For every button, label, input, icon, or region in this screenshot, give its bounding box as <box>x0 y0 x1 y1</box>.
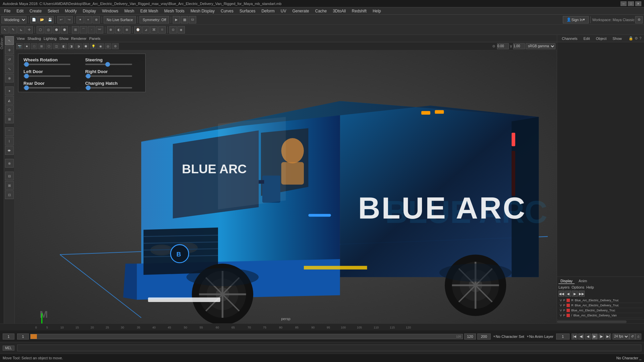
show-tab[interactable]: Show <box>610 37 624 41</box>
symmetry-button[interactable]: Symmetry: Off <box>140 16 169 23</box>
open-file-button[interactable]: 📂 <box>38 16 46 23</box>
mode-dropdown[interactable]: Modeling <box>1 16 26 23</box>
lasso-tool[interactable]: ⊾ <box>17 26 25 34</box>
object-tool[interactable]: ⬡ <box>37 26 44 34</box>
command-input[interactable] <box>17 345 641 351</box>
start-frame-input[interactable] <box>17 334 29 340</box>
render-tool2[interactable]: ◈ <box>177 26 185 34</box>
layer-item-2[interactable]: V P Blue_Arc_Electric_Delivery_Truc <box>558 308 643 313</box>
renderer-menu[interactable]: Renderer <box>71 37 87 41</box>
vp-camera[interactable]: 📷 <box>16 43 23 49</box>
sculpt-button[interactable]: ◭ <box>5 96 14 105</box>
tool3[interactable]: ⊕ <box>93 16 100 23</box>
vp-mode2[interactable]: □ <box>31 43 38 49</box>
menu-edit-mesh[interactable]: Edit Mesh <box>138 8 161 14</box>
vp-settings[interactable]: ⚙ <box>112 43 119 49</box>
right-door-slider[interactable] <box>85 75 132 77</box>
new-file-button[interactable]: 📄 <box>30 16 38 23</box>
render2[interactable]: ▦ <box>181 16 188 23</box>
move-button[interactable]: ✛ <box>5 46 14 54</box>
no-live-surface-button[interactable]: No Live Surface <box>104 16 136 23</box>
mel-label[interactable]: MEL <box>3 346 14 351</box>
help-subtab[interactable]: Help <box>586 285 594 289</box>
vp-smooth1[interactable]: ◧ <box>60 43 67 49</box>
render-tool1[interactable]: ⊙ <box>169 26 177 34</box>
go-to-end[interactable]: ▶| <box>605 334 611 340</box>
mesh-tool[interactable]: ⬢ <box>53 26 60 34</box>
menu-modify[interactable]: Modify <box>62 8 79 14</box>
options-subtab[interactable]: Options <box>572 285 584 289</box>
lighting-menu[interactable]: Lighting <box>44 37 57 41</box>
menu-create[interactable]: Create <box>27 8 44 14</box>
step-back[interactable]: ◀| <box>578 334 584 340</box>
paint-skin-button[interactable]: ✦ <box>5 86 14 95</box>
menu-mesh-display[interactable]: Mesh Display <box>188 8 217 14</box>
snap-curve[interactable]: ⌒ <box>80 26 87 34</box>
current-frame-display[interactable] <box>556 334 570 340</box>
maximize-button[interactable]: □ <box>628 1 634 6</box>
snap-point[interactable]: · <box>88 26 95 34</box>
end-frame-input[interactable] <box>464 334 476 340</box>
anim-tab[interactable]: Anim <box>577 278 589 284</box>
vp-mode1[interactable]: ■ <box>23 43 30 49</box>
no-character-set-label[interactable]: No Character Set <box>496 335 524 339</box>
object-tab[interactable]: Object <box>594 37 608 41</box>
loop-button[interactable]: ↺ <box>629 334 635 340</box>
edit-tab[interactable]: Edit <box>581 37 592 41</box>
layer-next[interactable]: ▶ <box>572 291 578 297</box>
shading-menu[interactable]: Shading <box>28 37 41 41</box>
vp-wire2[interactable]: ◫ <box>53 43 60 49</box>
workspace-settings[interactable]: ⚙ <box>635 16 643 23</box>
snap-grid[interactable]: ⊞ <box>72 26 79 34</box>
layer-prev2[interactable]: ◀ <box>565 291 571 297</box>
menu-uv[interactable]: UV <box>278 8 289 14</box>
right-panel-scrollbar[interactable] <box>557 319 644 323</box>
color-space-select[interactable]: sRGB gamma <box>526 43 555 49</box>
vp-shading[interactable]: ◑ <box>75 43 82 49</box>
deform-tool[interactable]: ⬣ <box>61 26 68 34</box>
tool2[interactable]: ⌖ <box>85 16 92 23</box>
close-button[interactable]: ✕ <box>635 1 641 6</box>
tool1[interactable]: ✦ <box>76 16 84 23</box>
layer-v-2[interactable]: V <box>560 309 562 312</box>
ep-curve-button[interactable]: ⌇ <box>5 137 14 145</box>
anim-tool2[interactable]: ⊿ <box>142 26 150 34</box>
soft-mod-button[interactable]: ⬡ <box>5 105 14 114</box>
layer-item-1[interactable]: V P R Blue_Arc_Electric_Delivery_Truc <box>558 303 643 308</box>
layer-item-3[interactable]: V P / Blue_Arc_Electric_Delivery_Van <box>558 313 643 318</box>
sym-tool[interactable]: ⊗ <box>123 26 130 34</box>
pivot-tool[interactable]: ⊕ <box>107 26 114 34</box>
display-tab[interactable]: Display <box>558 278 575 284</box>
layer-prev[interactable]: ◀◀ <box>558 291 565 297</box>
timeline-bar[interactable]: 120 <box>30 334 463 339</box>
vp-wire1[interactable]: ⬡ <box>46 43 52 49</box>
menu-deform[interactable]: Deform <box>259 8 277 14</box>
component-tool[interactable]: ◎ <box>45 26 52 34</box>
vp-ao[interactable]: ◎ <box>105 43 111 49</box>
channels-tab[interactable]: Channels <box>560 37 579 41</box>
layer-p-2[interactable]: P <box>563 309 565 312</box>
render1[interactable]: ▶ <box>173 16 180 23</box>
select-tool[interactable]: ↖ <box>1 26 9 34</box>
soft-select[interactable]: ◐ <box>115 26 122 34</box>
play-backward[interactable]: ◀ <box>585 334 591 340</box>
menu-generate[interactable]: Generate <box>289 8 312 14</box>
menu-mesh-tools[interactable]: Mesh Tools <box>162 8 187 14</box>
last-tool-button[interactable]: ⊕ <box>5 74 14 82</box>
menu-windows[interactable]: Windows <box>99 8 121 14</box>
layer-v-1[interactable]: V <box>560 304 562 307</box>
play-forward[interactable]: ▶ <box>592 334 598 340</box>
select-button[interactable]: ↖ <box>5 36 14 45</box>
viewport-container[interactable]: View Shading Lighting Show Renderer Pane… <box>15 35 557 323</box>
surface-button[interactable]: ⬬ <box>5 146 14 155</box>
fps-select[interactable]: 24 fps <box>612 334 629 340</box>
show-manipulator[interactable]: ⊗ <box>5 159 14 168</box>
curve-button[interactable]: ⌒ <box>5 127 14 136</box>
layer-v-0[interactable]: V <box>560 299 562 302</box>
layers-subtab[interactable]: Layers <box>558 285 570 289</box>
stack1[interactable]: ⊟ <box>5 172 14 180</box>
charging-hatch-slider[interactable] <box>85 87 132 88</box>
layer-p-3[interactable]: P <box>563 314 565 317</box>
view-menu[interactable]: View <box>17 37 25 41</box>
no-anim-layer-label[interactable]: No Anim Layer <box>529 335 553 339</box>
